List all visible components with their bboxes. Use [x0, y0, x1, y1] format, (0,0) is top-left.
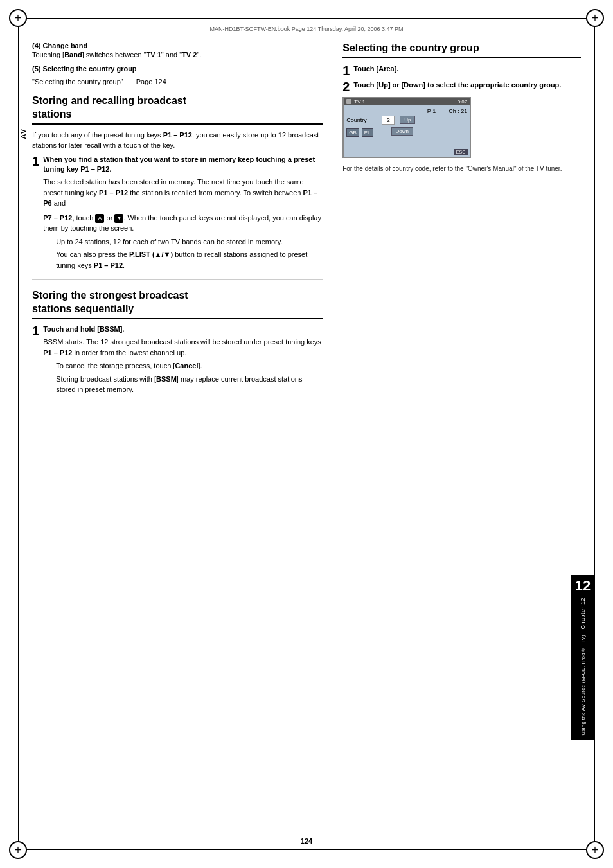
strongest-step1: 1 Touch and hold [BSSM]. BSSM starts. Th…	[32, 324, 323, 395]
right-step2-title: Touch [Up] or [Down] to select the appro…	[353, 80, 581, 90]
border-left	[18, 18, 19, 850]
step1-number: 1	[32, 155, 39, 168]
right-column: Selecting the country group 1 Touch [Are…	[342, 42, 581, 402]
tv-country-label: Country	[346, 117, 382, 123]
content-area: MAN-HD1BT-SOFTW-EN.book Page 124 Thursda…	[32, 26, 581, 836]
tv-status-time: 0:07	[458, 99, 468, 105]
corner-tr	[586, 9, 604, 27]
right-step1-number: 1	[342, 64, 350, 77]
corner-br	[586, 841, 604, 859]
tv-country-row: Country 2 Up	[346, 116, 467, 125]
right-step2-number: 2	[342, 80, 350, 93]
tv-ch-label: Ch : 21	[449, 108, 467, 114]
storing-body-text: If you touch any of the preset tuning ke…	[32, 130, 323, 151]
step1-body: The selected station has been stored in …	[43, 177, 323, 209]
page-container: AV 12 Chapter 12 Using the AV Source (M-…	[0, 0, 613, 868]
tv-screen-caption: For the details of country code, refer t…	[342, 164, 581, 173]
tv-status-bar: TV 1 0:07	[344, 98, 470, 105]
strongest-heading-line1: Storing the strongest broadcast	[32, 290, 188, 301]
tv-p-label: P 1	[427, 108, 436, 114]
change-band-text: Touching [Band] switches between "TV 1" …	[32, 51, 323, 58]
tv-band-gb[interactable]: GB	[346, 128, 359, 137]
right-step2: 2 Touch [Up] or [Down] to select the app…	[342, 80, 581, 90]
note1: Up to 24 stations, 12 for each of two TV…	[56, 236, 323, 247]
p7p12-line: P7 – P12, touch A or ▼. When the touch p…	[43, 213, 323, 234]
tv-esc-button[interactable]: ESC	[454, 149, 468, 155]
strongest-step1-body: BSSM starts. The 12 strongest broadcast …	[43, 337, 323, 358]
strongest-heading: Storing the strongest broadcast stations…	[32, 289, 323, 319]
storing-heading-line2: stations	[32, 109, 71, 120]
icon-b: ▼	[114, 214, 123, 223]
change-band-title: (4) Change band	[32, 42, 323, 49]
page-number: 124	[301, 837, 312, 845]
header-info: MAN-HD1BT-SOFTW-EN.book Page 124 Thursda…	[32, 26, 581, 35]
border-top	[18, 18, 595, 19]
tv-country-value: 2	[382, 116, 395, 125]
tv-band-pl[interactable]: PL	[362, 128, 373, 137]
storing-step1: 1 When you find a station that you want …	[32, 155, 323, 271]
right-section-heading: Selecting the country group	[342, 42, 581, 58]
two-column-layout: (4) Change band Touching [Band] switches…	[32, 42, 581, 402]
selecting-country-ref-title: (5) Selecting the country group	[32, 65, 323, 73]
storing-heading-line1: Storing and recalling broadcast	[32, 95, 186, 106]
right-step1-content: Touch [Area].	[353, 64, 581, 74]
tv-band-down-row: GB PL Down	[346, 127, 467, 138]
left-column: (4) Change band Touching [Band] switches…	[32, 42, 323, 402]
strongest-heading-line2: stations sequentially	[32, 303, 134, 314]
icon-a: A	[95, 214, 104, 223]
tv-main-area: P 1 Ch : 21 Country 2 Up GB	[344, 105, 470, 157]
section-divider	[32, 279, 323, 280]
av-side-label: AV	[19, 128, 27, 139]
strongest-bssm-note: Storing broadcast stations with [BSSM] m…	[56, 374, 323, 395]
corner-bl	[9, 841, 27, 859]
step1-content: When you find a station that you want to…	[43, 155, 323, 271]
tv-band-buttons: GB PL	[346, 128, 373, 137]
strongest-step1-number: 1	[32, 324, 39, 337]
right-step2-content: Touch [Up] or [Down] to select the appro…	[353, 80, 581, 90]
strongest-step1-title: Touch and hold [BSSM].	[43, 324, 323, 334]
selecting-country-ref: (5) Selecting the country group "Selecti…	[32, 65, 323, 85]
note2: You can also press the P.LIST (▲/▼) butt…	[56, 249, 323, 270]
selecting-country-ref-text: "Selecting the country group" Page 124	[32, 78, 323, 85]
storing-heading: Storing and recalling broadcast stations	[32, 94, 323, 125]
tv-screen-mockup: TV 1 0:07 P 1 Ch : 21 Country 2	[342, 97, 471, 158]
change-band-section: (4) Change band Touching [Band] switches…	[32, 42, 323, 58]
ref-quote: "Selecting the country group"	[32, 78, 123, 85]
tv-up-button[interactable]: Up	[400, 116, 415, 124]
step1-title: When you find a station that you want to…	[43, 155, 323, 175]
right-step1: 1 Touch [Area].	[342, 64, 581, 74]
ref-indent: "Selecting the country group" Page 124	[32, 78, 323, 85]
page-ref: Page 124	[136, 78, 166, 85]
border-bottom	[18, 849, 595, 850]
strongest-step1-content: Touch and hold [BSSM]. BSSM starts. The …	[43, 324, 323, 395]
tv-down-button[interactable]: Down	[391, 127, 413, 136]
tv-status-left: TV 1	[346, 99, 365, 105]
right-step1-title: Touch [Area].	[353, 64, 581, 74]
corner-tl	[9, 9, 27, 27]
strongest-cancel-note: To cancel the storage process, touch [Ca…	[56, 360, 323, 371]
tv-top-row: P 1 Ch : 21	[346, 108, 467, 114]
